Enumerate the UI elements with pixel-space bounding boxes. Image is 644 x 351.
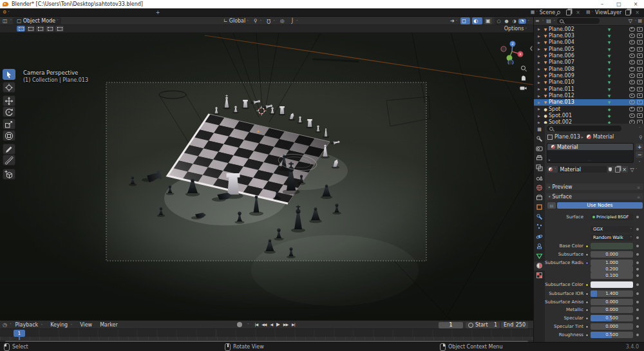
hide-eye-icon[interactable]	[629, 80, 635, 84]
resize-grip[interactable]: ⋯	[587, 158, 591, 162]
material-name-field[interactable]: Material	[558, 166, 607, 173]
jump-start-button[interactable]: |◀	[253, 322, 260, 327]
shader-property-row[interactable]: Surface Principled BSDF ˅	[545, 214, 644, 220]
expand-icon[interactable]: ▶	[538, 41, 542, 44]
expand-icon[interactable]: ▶	[538, 100, 542, 104]
outliner-row[interactable]: ▶ ▼ Plane.011 ▼	[534, 86, 644, 92]
preview-panel-header[interactable]: ▸ Preview ≡	[546, 184, 643, 190]
outliner-row[interactable]: ▶ ▼ Plane.004 ▼	[534, 39, 644, 46]
disable-render-icon[interactable]	[637, 113, 643, 118]
editor-type-icon[interactable]: ◫	[3, 18, 8, 24]
workspace-tab[interactable]	[62, 8, 71, 17]
tool-scale[interactable]	[3, 119, 15, 129]
select-mode-paint[interactable]	[55, 26, 64, 32]
animate-dot-icon[interactable]	[636, 308, 639, 311]
disable-render-icon[interactable]	[637, 100, 643, 104]
shader-property-row[interactable]: Subsurface Aniso... 0.000 ˅	[545, 299, 644, 305]
outliner-row[interactable]: ▶ ▼ Plane.013 ▼	[534, 99, 644, 106]
breadcrumb-object[interactable]: Plane.013	[554, 134, 580, 140]
hide-eye-icon[interactable]	[629, 27, 635, 32]
visibility-dropdown[interactable]: ➔˅	[449, 17, 459, 24]
tool-move[interactable]	[3, 95, 15, 106]
expand-icon[interactable]: ▶	[538, 47, 542, 51]
select-mode-box[interactable]	[26, 26, 35, 32]
pin-icon[interactable]	[556, 10, 561, 14]
shader-property-row[interactable]: Metallic 0.000 ˅	[545, 307, 644, 313]
fake-user-shield-icon[interactable]	[607, 166, 614, 173]
outliner-row[interactable]: ▶ ▼ Plane.005 ▼	[534, 46, 644, 52]
disable-render-icon[interactable]	[637, 60, 643, 64]
object-name[interactable]: Plane.004	[549, 39, 574, 45]
animate-dot-icon[interactable]	[636, 245, 639, 247]
disable-render-icon[interactable]	[637, 80, 643, 84]
animate-dot-icon[interactable]	[636, 216, 639, 218]
playback-menu[interactable]: Playback ˅	[11, 322, 46, 328]
property-widget[interactable]: Principled BSDF ˅	[591, 214, 633, 220]
tool-select-box[interactable]	[3, 69, 15, 80]
play-reverse-button[interactable]: ◀	[268, 322, 274, 327]
property-widget[interactable]: 0.000 ˅	[591, 307, 633, 313]
breadcrumb-material[interactable]: Material	[593, 134, 614, 140]
animate-dot-icon[interactable]	[636, 253, 639, 256]
workspace-tab[interactable]	[144, 8, 153, 17]
maximize-button[interactable]: □	[611, 0, 627, 8]
outliner-search-input[interactable]	[557, 18, 600, 24]
zoom-view-icon[interactable]	[518, 64, 528, 72]
hide-eye-icon[interactable]	[629, 73, 635, 78]
workspace-tab[interactable]	[117, 8, 126, 17]
expand-icon[interactable]: ▶	[538, 87, 542, 91]
transform-orientation[interactable]: ∟Global˅	[222, 18, 249, 24]
surface-panel-header[interactable]: ▾ Surface ≡	[546, 193, 643, 200]
prev-keyframe-button[interactable]: ◀◀	[260, 322, 268, 327]
scene-selector[interactable]: ▦˅ Scene ×	[529, 10, 582, 15]
tab-output[interactable]	[534, 153, 545, 162]
tab-world[interactable]	[534, 183, 545, 192]
new-viewlayer-icon[interactable]	[625, 10, 630, 15]
xray-toggle[interactable]: ▣	[484, 17, 492, 24]
tab-object[interactable]	[534, 202, 545, 211]
object-name[interactable]: Plane.013	[549, 99, 574, 105]
workspace-tab[interactable]	[135, 8, 144, 17]
tab-render[interactable]	[534, 144, 545, 153]
use-nodes-button[interactable]: Use Nodes	[557, 202, 643, 209]
shader-property-row[interactable]: GGX ˅	[545, 226, 644, 232]
object-name[interactable]: Plane.010	[549, 79, 574, 85]
editor-type-icon[interactable]: ◷	[3, 322, 7, 328]
specials-filter-icon[interactable]: ▽	[630, 167, 634, 173]
property-widget[interactable]: 0.100 ˅	[591, 272, 633, 279]
overlays-toggle[interactable]: ◐˅	[472, 17, 482, 24]
tool-rotate[interactable]	[3, 106, 15, 117]
object-name[interactable]: Plane.012	[549, 93, 574, 99]
workspace-tab[interactable]	[90, 8, 99, 17]
hide-eye-icon[interactable]	[629, 33, 635, 38]
expand-icon[interactable]: ▶	[538, 81, 542, 84]
property-widget[interactable]: Random Walk ˅	[591, 234, 633, 241]
shader-property-row[interactable]: Roughness 0.500 ˅	[545, 332, 644, 338]
new-collection-icon[interactable]: ⊞	[638, 18, 642, 24]
shading-mode-switch[interactable]: ○ ● ◑ ◔	[495, 17, 527, 24]
hide-eye-icon[interactable]	[629, 53, 635, 58]
filter-objects-icon[interactable]: ▤	[546, 18, 551, 24]
tool-add-cube[interactable]	[3, 169, 15, 180]
animate-dot-icon[interactable]	[636, 283, 639, 286]
outliner-row[interactable]: ▶ ▼ Plane.007 ▼	[534, 59, 644, 66]
keying-menu[interactable]: Keying ˅	[46, 322, 76, 328]
filter-icon[interactable]: ▽	[629, 18, 632, 24]
expand-icon[interactable]: ▶	[538, 67, 542, 71]
disable-render-icon[interactable]	[637, 67, 643, 71]
disable-render-icon[interactable]	[637, 73, 643, 78]
pan-view-icon[interactable]	[518, 73, 528, 82]
workspace-tab[interactable]	[71, 8, 80, 17]
outliner-row[interactable]: ▶ ▼ Plane.010 ▼	[534, 79, 644, 86]
select-mode-tweak[interactable]	[17, 26, 25, 32]
playhead[interactable]: 1	[14, 330, 25, 337]
object-name[interactable]: Plane.002	[549, 26, 574, 32]
timeline-ruler[interactable]	[0, 329, 533, 337]
workspace-tab[interactable]	[99, 8, 108, 17]
hide-eye-icon[interactable]	[629, 47, 635, 52]
shader-property-row[interactable]: Subsurface Color ˅	[545, 281, 644, 288]
tab-material[interactable]	[534, 261, 545, 270]
viewport-3d[interactable]: Camera Perspective (1) Collection | Plan…	[0, 33, 533, 320]
expand-icon[interactable]: ▶	[538, 94, 542, 98]
animate-dot-icon[interactable]	[636, 228, 639, 231]
